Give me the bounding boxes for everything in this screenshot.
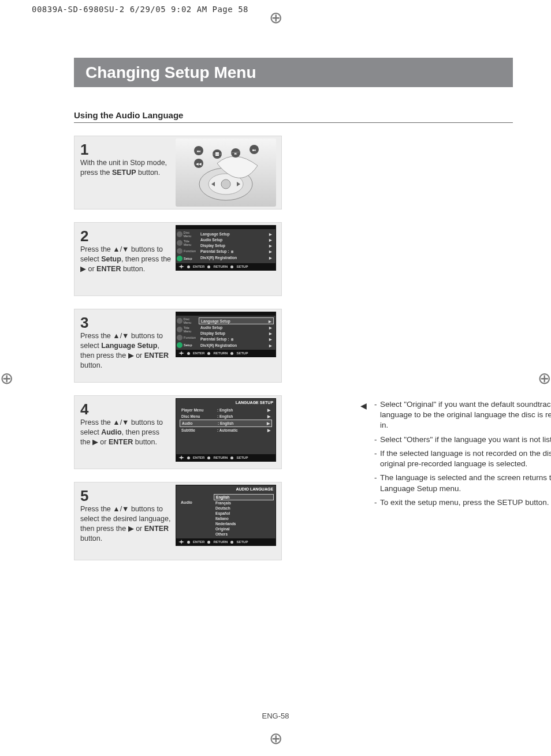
page-number: ENG-58 [262, 712, 289, 720]
crop-mark-left: ⊕ [0, 369, 13, 388]
step-1: 1 With the unit in Stop mode, press the … [74, 136, 282, 209]
svg-point-2 [221, 179, 230, 189]
step-number: 4 [80, 402, 171, 417]
note-item: The language is selected and the screen … [380, 473, 551, 493]
osd-audio-language: AUDIO LANGUAGE Audio English Français De… [176, 485, 276, 546]
note-item: To exit the setup menu, press the SETUP … [380, 497, 551, 508]
step-number: 1 [80, 142, 171, 157]
page-title: Changing Setup Menu [74, 58, 513, 87]
note-item: Select "Others" if the language you want… [380, 435, 551, 445]
step-number: 3 [80, 315, 171, 330]
step-text: Press the ▲/▼ buttons to select Setup, t… [80, 245, 171, 273]
step-number: 2 [80, 229, 171, 244]
svg-text:◀◀: ◀◀ [196, 162, 202, 166]
note-item: Select "Original" if you want the defaul… [380, 399, 551, 431]
crop-mark-right: ⊕ [538, 369, 551, 388]
note-item: If the selected language is not recorded… [380, 448, 551, 469]
step-4: 4 Press the ▲/▼ buttons to select Audio,… [74, 395, 282, 469]
back-triangle-icon: ◀ [360, 401, 367, 411]
step-number: 5 [80, 488, 171, 503]
divider [74, 122, 513, 123]
crop-mark-bottom: ⊕ [269, 729, 282, 748]
step-text: Press the ▲/▼ buttons to select the desi… [80, 505, 170, 542]
crop-mark-top: ⊕ [269, 8, 282, 27]
step-2: 2 Press the ▲/▼ buttons to select Setup,… [74, 222, 282, 296]
svg-text:⏭: ⏭ [252, 148, 256, 152]
step-text: With the unit in Stop mode, press the SE… [80, 159, 167, 177]
step-5: 5 Press the ▲/▼ buttons to select the de… [74, 482, 282, 560]
section-subtitle: Using the Audio Language [74, 110, 511, 120]
notes-block: ◀ -Select "Original" if you want the def… [374, 399, 551, 511]
print-header-line: 00839A-SD-6980SU-2 6/29/05 9:02 AM Page … [32, 5, 248, 14]
osd-setup-menu: Disc Menu Title Menu Function Setup Lang… [176, 225, 276, 271]
remote-illustration: ⏮ ⏯ ⏭ ◀◀ [176, 139, 276, 207]
step-text: Press the ▲/▼ buttons to select Audio, t… [80, 418, 163, 446]
osd-language-setup: LANGUAGE SETUP Player Menu: English▶ Dis… [176, 398, 276, 462]
step-3: 3 Press the ▲/▼ buttons to select Langua… [74, 309, 282, 383]
step-text: Press the ▲/▼ buttons to select Language… [80, 332, 169, 369]
svg-text:⏮: ⏮ [197, 149, 200, 153]
osd-setup-menu-hl: Disc Menu Title Menu Function Setup Lang… [176, 312, 276, 357]
